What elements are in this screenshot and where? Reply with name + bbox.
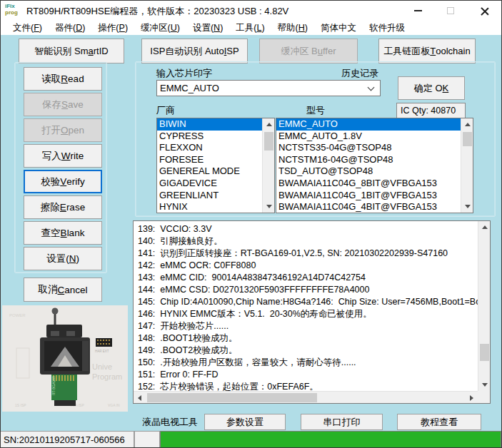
verify-button[interactable]: 校验 Verify <box>24 170 102 193</box>
menu-item-help[interactable]: 帮助(H) <box>271 22 314 34</box>
menu-bar: 文件(F) 器件(D) 操作(P) 缓冲区(U) 设置(N) 工具(L) 帮助(… <box>1 21 501 35</box>
scroll-right-button[interactable] <box>466 392 478 404</box>
list-item[interactable]: GIGADEVICE <box>157 178 262 190</box>
list-item[interactable]: CYPRESS <box>157 131 262 143</box>
scroll-left-button[interactable] <box>134 392 146 404</box>
smartid-button[interactable]: 智能识别 SmartID <box>19 39 124 63</box>
write-button[interactable]: 写入 Write <box>24 144 102 168</box>
menu-item-software-upgrade[interactable]: 软件升级 <box>363 22 411 34</box>
label: K <box>443 83 449 93</box>
list-item[interactable]: BIWIN <box>157 118 262 131</box>
label: ISP自动识别 Auto <box>150 45 224 58</box>
close-icon <box>481 6 489 15</box>
parameter-settings-button[interactable]: 参数设置 <box>204 414 286 430</box>
manufacturer-listbox[interactable]: BIWIN CYPRESS FLEXXON FORESEE GENEREAL M… <box>156 118 275 213</box>
scroll-right-icon <box>470 395 473 401</box>
scrollbar-thumb[interactable] <box>147 393 317 402</box>
label: W <box>61 151 71 161</box>
list-item[interactable]: GENEREAL MODE <box>157 166 262 178</box>
label: N <box>214 23 220 33</box>
list-item[interactable]: NCTSTS35-04G@TSOP48 <box>276 142 461 154</box>
label: pen <box>68 125 84 136</box>
model-listbox[interactable]: EMMC_AUTO EMMC_AUTO_1.8V NCTSTS35-04G@TS… <box>276 118 473 213</box>
scroll-down-button[interactable] <box>461 200 473 213</box>
scrollbar-thumb[interactable] <box>264 132 273 151</box>
toolchain-button[interactable]: 工具链面板 Toolchain <box>378 39 476 63</box>
label: ) <box>305 23 308 33</box>
read-button[interactable]: 读取 Read <box>24 67 102 91</box>
label: SP <box>226 46 239 56</box>
tutorial-view-button[interactable]: 教程查看 <box>397 414 481 430</box>
ok-button[interactable]: 确定 OK <box>398 76 465 100</box>
log-text: 139: VCCIO: 3.3V 140: 引脚接触良好。 141: 识别到正版… <box>134 221 478 391</box>
svg-text:RT-BGA169: RT-BGA169 <box>51 376 56 395</box>
list-item[interactable]: BWAMAIA11C04G_4BIT@VFBGA153 <box>276 201 461 213</box>
list-item[interactable]: NCTSTM16-04G@TSOP48 <box>276 154 461 166</box>
maximize-icon <box>447 7 454 14</box>
model-scrollbar[interactable] <box>461 118 473 213</box>
list-item[interactable]: FLEXXON <box>157 142 262 154</box>
progress-bar <box>160 431 501 448</box>
label: 简体中文 <box>321 23 356 33</box>
scrollbar-thumb[interactable] <box>480 344 489 361</box>
label: ffer <box>323 46 336 56</box>
scroll-up-button[interactable] <box>478 221 491 233</box>
label: 设置( <box>193 23 214 33</box>
log-line: 147: 开始校验芯片...... <box>138 320 476 332</box>
list-item[interactable]: EMMC_AUTO <box>276 118 461 131</box>
autoisp-button[interactable]: ISP自动识别 AutoISP <box>141 39 248 63</box>
scroll-left-icon <box>138 395 141 401</box>
erase-button[interactable]: 擦除 Erase <box>24 195 102 219</box>
cancel-button[interactable]: 取消 Cancel <box>24 278 102 302</box>
label: C <box>57 285 64 295</box>
settings-button[interactable]: 设置(N) <box>24 247 102 270</box>
scrollbar-thumb[interactable] <box>463 132 472 146</box>
scroll-down-icon <box>266 205 272 208</box>
list-item[interactable]: EMMC_AUTO_1.8V <box>276 131 461 143</box>
scroll-up-button[interactable] <box>263 118 275 131</box>
minimize-button[interactable] <box>403 1 432 20</box>
svg-text:Program: Program <box>92 372 122 381</box>
label: 文件( <box>13 23 34 33</box>
open-button: 打开 Open <box>24 118 102 142</box>
log-output[interactable]: 139: VCCIO: 3.3V 140: 引脚接触良好。 141: 识别到正版… <box>133 220 491 404</box>
scrollbar-corner <box>478 391 490 403</box>
label: ) <box>125 23 128 33</box>
menu-item-operation[interactable]: 操作(P) <box>91 22 134 34</box>
scroll-up-icon <box>465 123 471 126</box>
chip-marking-label: 输入芯片印字 <box>156 67 212 80</box>
log-horizontal-scrollbar[interactable] <box>134 391 478 403</box>
scroll-down-button[interactable] <box>478 379 491 391</box>
list-item[interactable]: TSD_AUTO@TSOP48 <box>276 166 461 178</box>
list-item[interactable]: BWAMAIA11C04G_1BIT@VFBGA153 <box>276 190 461 202</box>
svg-text:VGA IN: VGA IN <box>108 403 120 407</box>
list-item[interactable]: FORESEE <box>157 154 262 166</box>
chip-marking-combobox[interactable]: EMMC_AUTO <box>156 80 381 96</box>
menu-item-buffer[interactable]: 缓冲区(U) <box>134 22 186 34</box>
close-button[interactable] <box>469 1 501 20</box>
maximize-button[interactable] <box>436 1 465 20</box>
scroll-up-button[interactable] <box>461 118 473 131</box>
list-item[interactable]: BWAMAIA11C04G_8BIT@VFBGA153 <box>276 178 461 190</box>
manufacturer-label: 厂商 <box>156 104 175 117</box>
serial-print-button[interactable]: 串口打印 <box>301 414 383 430</box>
lcd-tv-tools-label: 液晶电视工具 <box>142 416 198 429</box>
list-item[interactable]: HYNIX <box>157 201 262 213</box>
label: a <box>88 46 93 56</box>
menu-item-device[interactable]: 器件(D) <box>49 22 91 34</box>
model-label: 型号 <box>306 104 325 117</box>
menu-item-file[interactable]: 文件(F) <box>6 22 49 34</box>
label: erify <box>66 176 85 187</box>
menu-item-simplified-chinese[interactable]: 简体中文 <box>314 22 363 34</box>
blank-check-button[interactable]: 查空 Blank <box>24 221 102 245</box>
manufacturer-scrollbar[interactable] <box>262 118 274 213</box>
menu-item-settings[interactable]: 设置(N) <box>186 22 229 34</box>
label: ave <box>68 99 84 110</box>
scroll-down-button[interactable] <box>263 200 275 213</box>
list-item[interactable]: GREENLIANT <box>157 190 262 202</box>
log-line: 140: 引脚接触良好。 <box>138 235 476 248</box>
minimize-icon <box>414 10 422 11</box>
label: 取消 <box>38 283 57 296</box>
log-vertical-scrollbar[interactable] <box>478 221 490 391</box>
menu-item-tools[interactable]: 工具(L) <box>229 22 271 34</box>
